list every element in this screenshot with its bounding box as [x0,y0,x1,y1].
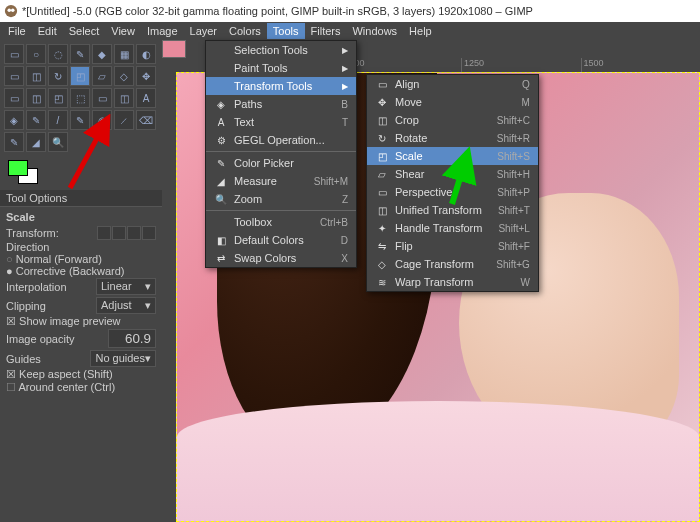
tool-button[interactable]: ◰ [70,66,90,86]
tool-button[interactable]: ◐ [136,44,156,64]
tool-button[interactable]: ▭ [4,44,24,64]
menu-item-label: Shear [395,168,481,180]
menu2-item-handle-transform[interactable]: ✦Handle TransformShift+L [367,219,538,237]
menu2-item-cage-transform[interactable]: ◇Cage TransformShift+G [367,255,538,273]
tool-button[interactable]: / [48,110,68,130]
tool-button[interactable]: ⌫ [136,110,156,130]
image-tab[interactable] [162,40,186,58]
transform-label: Transform: [6,227,59,239]
menu-filters[interactable]: Filters [305,23,347,39]
menu-item-label: Transform Tools [234,80,334,92]
ruler-tick: 1250 [461,58,581,72]
menu-image[interactable]: Image [141,23,184,39]
tool-button[interactable]: ◰ [48,88,68,108]
menu-bar: File Edit Select View Image Layer Colors… [0,22,700,40]
menu2-item-scale[interactable]: ◰ScaleShift+S [367,147,538,165]
menu2-item-crop[interactable]: ◫CropShift+C [367,111,538,129]
menu1-item-toolbox[interactable]: ToolboxCtrl+B [206,213,356,231]
guides-label: Guides [6,353,41,365]
menu1-item-selection-tools[interactable]: Selection Tools▶ [206,41,356,59]
direction-normal[interactable]: Normal (Forward) [6,253,156,265]
menu-item-icon: ⇋ [375,241,389,252]
tool-button[interactable]: ⬚ [70,88,90,108]
menu-item-shortcut: Shift+R [497,133,530,144]
tool-button[interactable]: ◫ [114,88,134,108]
menu1-item-paths[interactable]: ◈PathsB [206,95,356,113]
tool-button[interactable]: ◌ [48,44,68,64]
tool-button[interactable]: A [136,88,156,108]
menu1-item-color-picker[interactable]: ✎Color Picker [206,154,356,172]
menu2-item-move[interactable]: ✥MoveM [367,93,538,111]
transform-target-buttons[interactable] [97,226,156,240]
guides-combo[interactable]: No guides▾ [90,350,156,367]
menu1-item-transform-tools[interactable]: Transform Tools▶ [206,77,356,95]
menu1-item-zoom[interactable]: 🔍ZoomZ [206,190,356,208]
tool-button[interactable]: ↻ [48,66,68,86]
tool-button[interactable]: ✥ [136,66,156,86]
interpolation-combo[interactable]: Linear▾ [96,278,156,295]
menu-item-icon: ⚙ [214,135,228,146]
menu-item-icon: ◈ [214,99,228,110]
menu1-item-swap-colors[interactable]: ⇄Swap ColorsX [206,249,356,267]
menu-item-label: Text [234,116,326,128]
tool-button[interactable]: ◆ [92,44,112,64]
menu-item-icon: ▭ [375,187,389,198]
tool-button[interactable]: ▦ [114,44,134,64]
opacity-input[interactable] [108,329,156,348]
keep-aspect-check[interactable]: Keep aspect (Shift) [6,368,156,381]
show-preview-check[interactable]: Show image preview [6,315,156,328]
menu-edit[interactable]: Edit [32,23,63,39]
menu-colors[interactable]: Colors [223,23,267,39]
menu-item-label: Handle Transform [395,222,482,234]
menu1-item-text[interactable]: ATextT [206,113,356,131]
tool-button[interactable]: ◉ [92,110,112,130]
menu-view[interactable]: View [105,23,141,39]
color-swatch[interactable] [8,160,44,186]
menu2-item-rotate[interactable]: ↻RotateShift+R [367,129,538,147]
tool-button[interactable]: ◢ [26,132,46,152]
menu2-item-perspective[interactable]: ▭PerspectiveShift+P [367,183,538,201]
tool-button[interactable]: ◫ [26,88,46,108]
title-bar: *[Untitled] -5.0 (RGB color 32-bit gamma… [0,0,700,22]
tool-button[interactable]: ◫ [26,66,46,86]
menu-item-shortcut: Z [342,194,348,205]
menu-windows[interactable]: Windows [346,23,403,39]
menu-item-icon: ◇ [375,259,389,270]
menu-item-icon: ↻ [375,133,389,144]
menu1-item-measure[interactable]: ◢MeasureShift+M [206,172,356,190]
menu2-item-shear[interactable]: ▱ShearShift+H [367,165,538,183]
tool-button[interactable]: 🔍 [48,132,68,152]
tool-button[interactable]: ⟋ [114,110,134,130]
tool-button[interactable]: ▱ [92,66,112,86]
tool-button[interactable]: ◈ [4,110,24,130]
ruler-tick: 1500 [581,58,701,72]
menu2-item-align[interactable]: ▭AlignQ [367,75,538,93]
menu-tools[interactable]: Tools [267,23,305,39]
tool-button[interactable]: ✎ [26,110,46,130]
tool-button[interactable]: ▭ [4,88,24,108]
clipping-combo[interactable]: Adjust▾ [96,297,156,314]
tool-button[interactable]: ○ [26,44,46,64]
menu-layer[interactable]: Layer [184,23,224,39]
tool-button[interactable]: ✎ [4,132,24,152]
menu2-item-warp-transform[interactable]: ≋Warp TransformW [367,273,538,291]
menu2-item-flip[interactable]: ⇋FlipShift+F [367,237,538,255]
ruler-tick: 1000 [342,58,462,72]
fg-color[interactable] [8,160,28,176]
menu-help[interactable]: Help [403,23,438,39]
menu-select[interactable]: Select [63,23,106,39]
menu-item-label: Perspective [395,186,481,198]
tool-button[interactable]: ▭ [4,66,24,86]
menu2-item-unified-transform[interactable]: ◫Unified TransformShift+T [367,201,538,219]
tool-button[interactable]: ▭ [92,88,112,108]
around-center-check[interactable]: Around center (Ctrl) [6,381,156,394]
menu1-item-default-colors[interactable]: ◧Default ColorsD [206,231,356,249]
tool-button[interactable]: ✎ [70,44,90,64]
menu1-item-paint-tools[interactable]: Paint Tools▶ [206,59,356,77]
tool-button[interactable]: ✎ [70,110,90,130]
tool-button[interactable]: ◇ [114,66,134,86]
menu1-item-gegl-operation-[interactable]: ⚙GEGL Operation... [206,131,356,149]
menu-file[interactable]: File [2,23,32,39]
direction-corrective[interactable]: Corrective (Backward) [6,265,156,277]
menu-item-icon: ◫ [375,115,389,126]
